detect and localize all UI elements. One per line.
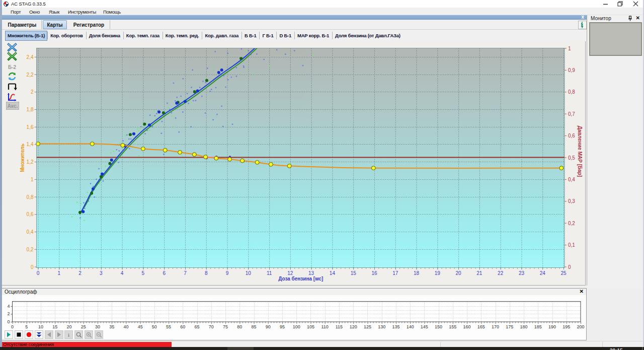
maptab-d-b1[interactable]: D Б-1 — [276, 30, 294, 41]
map-point[interactable] — [255, 160, 259, 164]
svg-text:105: 105 — [307, 324, 314, 329]
map-point[interactable] — [178, 151, 182, 155]
connect-button[interactable] — [578, 21, 587, 29]
maptab-reducer-temp-corr[interactable]: Кор. темп. ред. — [163, 30, 202, 41]
tab-parameters[interactable]: Параметры — [3, 20, 42, 29]
svg-text:155: 155 — [449, 324, 456, 329]
svg-text:80: 80 — [237, 324, 242, 329]
svg-text:0: 0 — [37, 270, 40, 276]
menu-help[interactable]: Помощь — [103, 9, 121, 15]
map-point[interactable] — [240, 159, 245, 163]
map-tab-bar: Множитель (Б-1) Кор. оборотов Доля бензи… — [2, 30, 587, 41]
auto-cycle-button[interactable] — [6, 82, 18, 92]
map-point[interactable] — [192, 153, 196, 157]
svg-text:19: 19 — [435, 270, 441, 276]
svg-text:150: 150 — [435, 324, 442, 329]
fast-down-button[interactable] — [35, 330, 43, 339]
connect-icon — [580, 22, 585, 28]
clear-blue-button[interactable] — [6, 42, 18, 52]
svg-text:2: 2 — [78, 270, 82, 276]
svg-text:0,7: 0,7 — [568, 111, 575, 117]
map-point[interactable] — [163, 148, 167, 152]
zoom-out-button[interactable] — [95, 330, 103, 339]
svg-text:0,5: 0,5 — [568, 155, 575, 161]
refresh-icon — [7, 72, 17, 81]
record-button[interactable] — [25, 330, 33, 339]
maptab-gas-temp-corr[interactable]: Кор. темп. газа — [123, 30, 163, 41]
pin-icon[interactable] — [628, 16, 632, 21]
monitor-close-icon[interactable]: ✕ — [636, 15, 640, 21]
zoom-button[interactable] — [74, 330, 83, 339]
close-button[interactable] — [628, 0, 643, 8]
svg-text:12: 12 — [287, 270, 293, 276]
map-point[interactable] — [214, 156, 218, 160]
map-point[interactable] — [269, 162, 273, 166]
svg-text:35: 35 — [109, 324, 114, 329]
svg-text:15: 15 — [52, 324, 57, 329]
tab-maps[interactable]: Карты — [43, 20, 67, 29]
refresh-button[interactable] — [6, 72, 18, 81]
map-point[interactable] — [121, 144, 125, 148]
y-left-tick-labels: 00,20,40,60,811,21,41,61,822,22,4 — [27, 54, 34, 270]
svg-text:10: 10 — [38, 324, 43, 329]
menu-window[interactable]: Окно — [29, 9, 40, 15]
map-point[interactable] — [90, 142, 94, 146]
loop-icon — [7, 83, 17, 92]
tab-recorder[interactable]: Регистратор — [68, 20, 110, 29]
maptab-petrol-share-gas-pressure[interactable]: Доля бензина (от Давл.ГАЗа) — [332, 30, 404, 41]
maptab-b-b1[interactable]: Б Б-1 — [242, 30, 260, 41]
menu-language[interactable]: Язык — [49, 9, 59, 15]
svg-text:7: 7 — [184, 270, 187, 276]
maptab-multiplier-b1[interactable]: Множитель (Б-1) — [5, 31, 47, 41]
svg-text:0: 0 — [568, 264, 571, 270]
monitor-panel-header: Монитор ✕ — [587, 15, 643, 22]
taskbar-clock: 20:15 — [610, 348, 623, 350]
svg-text:110: 110 — [321, 324, 329, 329]
map-point[interactable] — [371, 166, 375, 170]
stop-button[interactable] — [15, 330, 23, 339]
minimize-button[interactable] — [598, 0, 613, 8]
zoom-in-button[interactable] — [85, 330, 93, 339]
map-point[interactable] — [287, 164, 291, 168]
maptab-map-corr-b1[interactable]: МАР корр. Б-1 — [294, 30, 332, 41]
svg-text:135: 135 — [392, 324, 399, 329]
restore-icon — [617, 1, 623, 7]
svg-text:60: 60 — [180, 324, 185, 329]
step-forward-button[interactable] — [55, 330, 63, 339]
bank2-button[interactable]: Б-2 — [6, 62, 18, 72]
clear-green-button[interactable] — [6, 51, 18, 61]
svg-text:170: 170 — [492, 324, 499, 329]
magnifier-plus-icon — [86, 332, 92, 338]
maptab-petrol-share[interactable]: Доля бензина — [86, 30, 123, 41]
svg-text:2,2: 2,2 — [27, 72, 34, 78]
svg-text:1: 1 — [57, 270, 60, 276]
map-point[interactable] — [228, 157, 232, 161]
svg-text:0: 0 — [31, 264, 34, 270]
svg-text:14: 14 — [330, 270, 336, 276]
svg-text:95: 95 — [280, 324, 285, 329]
restore-button[interactable] — [612, 0, 627, 8]
arrow-right-icon — [57, 332, 61, 337]
arrow-left-icon — [47, 332, 51, 337]
info-button[interactable]: i — [64, 330, 73, 339]
maptab-g-b1[interactable]: Г Б-1 — [259, 30, 276, 41]
aks-button[interactable]: Акс. — [6, 102, 19, 110]
oscilloscope-right-gap — [587, 288, 643, 340]
maptab-rpm-corr[interactable]: Кор. оборотов — [47, 30, 86, 41]
oscilloscope-close-icon[interactable]: ✕ — [580, 289, 584, 294]
maptab-gas-pressure-corr[interactable]: Кор. давл. газа — [202, 30, 242, 41]
play-button[interactable] — [5, 330, 13, 339]
connection-status: Отсутствие соединения — [1, 342, 172, 347]
svg-text:1: 1 — [568, 46, 571, 51]
map-point[interactable] — [204, 155, 208, 159]
svg-text:16: 16 — [371, 270, 377, 276]
map-point[interactable] — [559, 166, 564, 170]
multiplier-map-chart[interactable]: 0123456789101112131415161718192021222324… — [18, 41, 586, 285]
svg-text:8: 8 — [205, 270, 208, 276]
map-point[interactable] — [141, 147, 145, 151]
menu-tools[interactable]: Инструменты — [68, 9, 96, 15]
step-back-button[interactable] — [45, 330, 53, 339]
oscilloscope-title: Осциллограф — [5, 289, 37, 295]
curve-fit-button[interactable] — [6, 92, 18, 102]
menu-port[interactable]: Порт — [11, 9, 21, 15]
